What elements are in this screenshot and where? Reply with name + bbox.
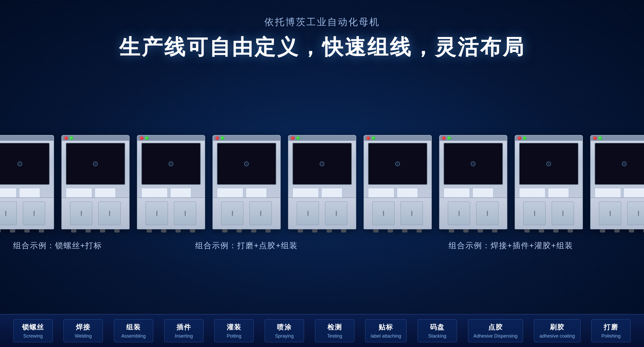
toolbar-chinese: 焊接 xyxy=(76,323,91,332)
machine-top-bar xyxy=(0,135,54,141)
foot xyxy=(373,229,379,232)
foot xyxy=(39,229,44,232)
toolbar-english: Potting xyxy=(227,333,241,339)
foot xyxy=(539,229,544,232)
machine-display-2: ⚙ xyxy=(133,135,360,232)
foot xyxy=(463,229,469,232)
toolbar-english: Stacking xyxy=(428,333,446,339)
machine-screen: ⚙ xyxy=(595,143,644,185)
machine-door-right xyxy=(325,202,347,225)
toolbar-english: Adhesive Dispensing xyxy=(473,333,518,339)
machine-bottom xyxy=(591,197,644,229)
toolbar-chinese: 码盘 xyxy=(430,323,445,332)
machine-door-left xyxy=(0,202,17,225)
indicator-green xyxy=(372,137,375,140)
toolbar-item-assembling[interactable]: 组装 Assembling xyxy=(114,319,153,342)
toolbar-item-polishing[interactable]: 打磨 Polishing xyxy=(591,319,631,342)
toolbar-item-welding[interactable]: 焊接 Welding xyxy=(63,319,103,342)
toolbar-item-adhesive-coating[interactable]: 刷胶 adhesive coating xyxy=(534,319,580,342)
machine-bottom xyxy=(364,197,431,229)
foot xyxy=(553,229,558,232)
screen-logo: ⚙ xyxy=(0,143,49,184)
toolbar-chinese: 锁螺丝 xyxy=(22,323,44,332)
machine-door-left xyxy=(372,202,395,225)
screen-logo: ⚙ xyxy=(444,143,502,184)
toolbar-english: label attaching xyxy=(371,333,401,339)
screen-logo: ⚙ xyxy=(520,143,578,184)
toolbar-english: Polishing xyxy=(602,333,621,339)
indicator-red xyxy=(216,137,219,140)
foot xyxy=(147,229,152,232)
machine-screen: ⚙ xyxy=(368,143,427,185)
toolbar-chinese: 贴标 xyxy=(379,323,393,332)
machine-door-left xyxy=(523,202,546,225)
combo-label-2: 组合示例：打磨+点胶+组装 xyxy=(195,240,298,251)
toolbar-item-potting[interactable]: 灌装 Potting xyxy=(214,319,254,342)
indicator-red xyxy=(367,137,370,140)
foot xyxy=(175,229,181,232)
machine-top-bar xyxy=(591,135,644,141)
foot xyxy=(265,229,271,232)
machine-body: ⚙ xyxy=(212,135,281,229)
foot xyxy=(0,229,1,232)
indicator-red xyxy=(291,137,294,140)
machine-screen: ⚙ xyxy=(141,143,201,185)
toolbar-item-adhesive-dispensing[interactable]: 点胶 Adhesive Dispensing xyxy=(468,319,523,342)
toolbar-item-stacking[interactable]: 码盘 Stacking xyxy=(418,319,457,342)
machine-feet xyxy=(137,229,205,232)
machine-bottom xyxy=(440,197,507,229)
machine-feet xyxy=(61,229,130,232)
toolbar-item-inserting[interactable]: 插件 Inserting xyxy=(164,319,204,342)
machine-bottom xyxy=(213,197,280,229)
foot xyxy=(629,229,634,232)
foot xyxy=(388,229,393,232)
machine-feet xyxy=(364,229,432,232)
toolbar-item-spraying[interactable]: 喷涂 Spraying xyxy=(265,319,304,342)
machine-top-bar xyxy=(213,135,280,141)
foot xyxy=(524,229,530,232)
machine-group-3: ⚙ xyxy=(360,135,644,251)
toolbar-english: Spraying xyxy=(275,333,294,339)
machine-bottom xyxy=(62,197,129,229)
machine-unit: ⚙ xyxy=(588,135,644,232)
machine-door-left xyxy=(70,202,92,225)
foot xyxy=(614,229,620,232)
machine-top-bar xyxy=(440,135,507,141)
toolbar-chinese: 点胶 xyxy=(488,323,503,332)
toolbar-item-testing[interactable]: 检测 Testing xyxy=(315,319,354,342)
machine-bottom xyxy=(0,197,54,229)
foot xyxy=(161,229,166,232)
machine-screen: ⚙ xyxy=(66,143,125,185)
foot xyxy=(492,229,497,232)
machine-body: ⚙ xyxy=(515,135,583,229)
foot xyxy=(449,229,454,232)
foot xyxy=(86,229,91,232)
machine-display-3: ⚙ xyxy=(360,135,644,232)
header: 依托博茨工业自动化母机 生产线可自由定义，快速组线，灵活布局 xyxy=(119,0,525,62)
foot xyxy=(114,229,120,232)
machine-group-1: ⚙ xyxy=(0,135,133,251)
machine-feet xyxy=(590,229,644,232)
machine-unit: ⚙ xyxy=(210,135,283,232)
toolbar-item-label-attaching[interactable]: 贴标 label attaching xyxy=(365,319,407,342)
machine-unit: ⚙ xyxy=(285,135,359,232)
machine-door-right xyxy=(249,202,272,225)
machine-body: ⚙ xyxy=(0,135,54,229)
combo-label-3: 组合示例：焊接+插件+灌胶+组装 xyxy=(449,240,573,251)
toolbar-english: Inserting xyxy=(175,333,193,339)
subtitle: 依托博茨工业自动化母机 xyxy=(119,16,525,29)
machine-body: ⚙ xyxy=(288,135,356,229)
toolbar-chinese: 插件 xyxy=(177,323,191,332)
machine-top-bar xyxy=(364,135,431,141)
indicator-green xyxy=(523,137,526,140)
toolbar-chinese: 喷涂 xyxy=(277,323,292,332)
machine-body: ⚙ xyxy=(439,135,507,229)
screen-logo: ⚙ xyxy=(293,143,351,184)
toolbar-english: Assembling xyxy=(121,333,146,339)
machine-body: ⚙ xyxy=(590,135,644,229)
main-title: 生产线可自由定义，快速组线，灵活布局 xyxy=(119,33,525,62)
machine-bottom xyxy=(289,197,356,229)
foot xyxy=(298,229,303,232)
toolbar-item-screwing[interactable]: 锁螺丝 Screwing xyxy=(13,319,53,342)
machines-section: ...... ⚙ xyxy=(0,72,644,314)
